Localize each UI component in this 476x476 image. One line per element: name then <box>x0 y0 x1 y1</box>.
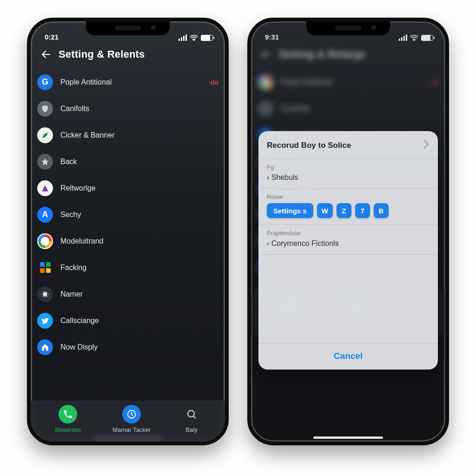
phone-right: 9:31 Setting & Relarge Pople Antitional·… <box>247 18 449 445</box>
action-sheet: Recorud Boy to Solice Fg ‹ Shebuls Rooer… <box>258 131 438 370</box>
chip-w[interactable]: W <box>317 203 333 218</box>
list-item-label: Modeluitrand <box>60 237 218 245</box>
chip-z[interactable]: Z <box>337 203 351 218</box>
list-item[interactable]: Reltworlge <box>37 175 218 201</box>
section-value: ‹ Corymenco Fictionls <box>267 239 430 248</box>
list-item-badge: ·do <box>209 79 218 86</box>
chip-b[interactable]: B <box>374 203 389 218</box>
house-icon <box>37 339 53 355</box>
list-item[interactable]: Back <box>37 148 218 175</box>
list-item-label: Sechy <box>60 211 218 219</box>
page-header: Setting & Relents <box>31 42 225 69</box>
section-key: Praplendolar <box>267 230 430 237</box>
notch-camera-icon <box>370 24 377 31</box>
back-button[interactable] <box>40 48 52 60</box>
page-title: Setting & Relents <box>59 48 145 60</box>
section-key: Fg <box>267 164 430 171</box>
list-item-label: Cicker & Banner <box>60 131 218 139</box>
status-indicators <box>178 34 213 41</box>
section-key: Rooer <box>267 193 430 200</box>
list-item-label: Reltworlge <box>60 184 218 192</box>
chrome-icon <box>37 233 53 249</box>
battery-icon <box>201 35 213 41</box>
status-time: 0:21 <box>45 33 59 41</box>
arrow-left-icon <box>40 49 52 60</box>
status-bar: 0:21 <box>31 21 225 42</box>
list-item[interactable]: Callsciange <box>37 307 218 334</box>
phone-icon <box>59 405 77 423</box>
list-item[interactable]: G Pople Antitional ·do <box>37 69 218 95</box>
leaf-icon <box>37 127 53 143</box>
sheet-header[interactable]: Recorud Boy to Solice <box>258 131 438 159</box>
search-icon <box>182 405 201 423</box>
sheet-spacer <box>258 255 438 343</box>
sheet-section[interactable]: Fg ‹ Shebuls <box>258 159 438 189</box>
appstore-icon: A <box>37 207 53 223</box>
list-item[interactable]: Modeluitrand <box>37 228 218 254</box>
svg-point-3 <box>188 410 194 417</box>
tiles-icon <box>37 260 53 276</box>
list-item[interactable]: Cicker & Banner <box>37 122 218 148</box>
phone-left: 0:21 Setting & Relents G Pople Antitiona… <box>27 18 229 445</box>
list-item[interactable]: Facking <box>37 254 218 281</box>
list-item-label: Pople Antitional <box>60 78 204 86</box>
wifi-icon <box>190 34 198 41</box>
shield-icon <box>37 101 53 117</box>
notch-camera-icon <box>150 24 157 31</box>
home-indicator[interactable] <box>313 436 383 439</box>
list-item-label: Now Disply <box>60 343 218 351</box>
bird-icon <box>37 313 53 329</box>
chip-7[interactable]: 7 <box>355 203 370 218</box>
list-item[interactable]: A Sechy <box>37 201 218 228</box>
bug-icon <box>37 286 53 302</box>
sheet-section[interactable]: Praplendolar ‹ Corymenco Fictionls <box>258 225 438 255</box>
notch-speaker <box>335 26 361 30</box>
tab-timer[interactable]: Mamar Tacker <box>112 405 151 433</box>
sheet-title: Recorud Boy to Solice <box>267 141 351 150</box>
list-item-label: Back <box>60 158 218 166</box>
triangle-icon <box>37 180 53 196</box>
tab-label: Baly <box>185 426 197 433</box>
settings-list: G Pople Antitional ·do Canifolts Cicker … <box>31 69 225 360</box>
signal-icon <box>178 34 187 41</box>
chip-row: Settings s W Z 7 B <box>267 203 430 218</box>
list-item[interactable]: Now Disply <box>37 334 218 360</box>
list-item[interactable]: Namer <box>37 281 218 307</box>
sheet-section: Rooer Settings s W Z 7 B <box>258 189 438 225</box>
tab-label: Slusenlos <box>55 426 81 433</box>
cancel-button[interactable]: Cancel <box>258 343 438 370</box>
list-item-label: Canifolts <box>60 105 218 113</box>
star-icon <box>37 154 53 170</box>
globe-icon: G <box>37 74 53 90</box>
list-item[interactable]: Canifolts <box>37 95 218 122</box>
tab-search[interactable]: Baly <box>182 405 201 433</box>
clock-icon <box>122 405 141 423</box>
chip-settings[interactable]: Settings s <box>267 203 313 218</box>
list-item-label: Facking <box>60 264 218 272</box>
svg-marker-0 <box>42 185 48 191</box>
list-item-label: Callsciange <box>60 317 218 325</box>
notch-speaker <box>115 26 141 30</box>
section-value: ‹ Shebuls <box>267 173 430 182</box>
stage: 0:21 Setting & Relents G Pople Antitiona… <box>0 0 476 445</box>
list-item-label: Namer <box>60 290 218 298</box>
tab-calls[interactable]: Slusenlos <box>55 405 81 433</box>
tab-bar: Slusenlos Mamar Tacker Baly <box>31 401 225 442</box>
tab-label: Mamar Tacker <box>112 426 151 433</box>
chevron-right-icon <box>423 139 430 151</box>
